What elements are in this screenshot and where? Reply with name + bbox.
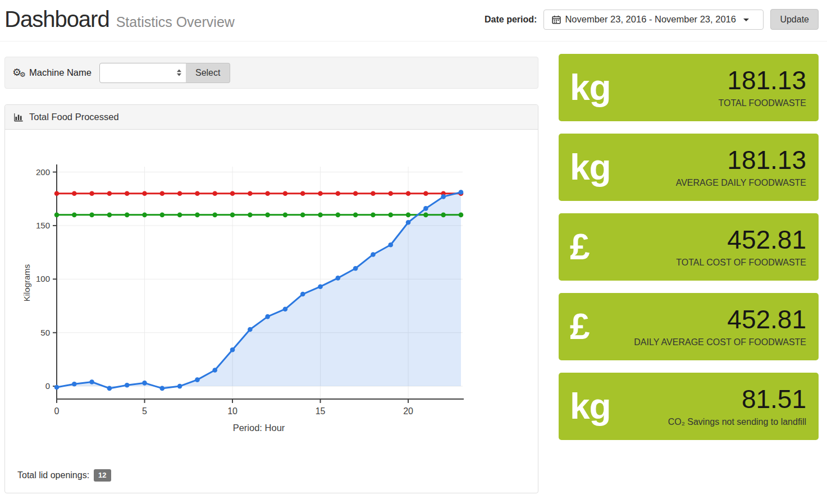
svg-text:200: 200: [36, 167, 50, 177]
machine-name-select[interactable]: [99, 63, 186, 83]
machine-panel: ⚙ ⚙ Machine Name Select: [4, 57, 538, 89]
update-button[interactable]: Update: [770, 9, 819, 30]
date-period-label: Date period:: [485, 15, 537, 25]
stat-card-daily-average-cost-of-foodwaste: £ 452.81 DAILY AVERAGE COST OF FOODWASTE: [559, 293, 819, 360]
stat-card-unit: £: [570, 229, 590, 265]
select-button[interactable]: Select: [186, 63, 230, 83]
stat-card-label: AVERAGE DAILY FOODWASTE: [676, 178, 806, 188]
stat-card-unit: kg: [570, 149, 611, 185]
bar-chart-icon: [14, 113, 24, 122]
cogs-icon: ⚙ ⚙: [12, 67, 27, 79]
stat-card-label: CO₂ Savings not sending to landfill: [668, 417, 806, 427]
svg-text:5: 5: [142, 406, 147, 416]
lid-openings-badge: 12: [94, 469, 111, 482]
svg-text:0: 0: [45, 381, 50, 391]
svg-text:15: 15: [316, 406, 326, 416]
lid-openings-label: Total lid openings:: [17, 470, 89, 480]
stat-card-total-cost-of-foodwaste: £ 452.81 TOTAL COST OF FOODWASTE: [559, 213, 819, 281]
stat-cards-column: kg 181.13 TOTAL FOODWASTE kg 181.13 AVER…: [559, 54, 819, 440]
main-content: ⚙ ⚙ Machine Name Select: [0, 42, 827, 493]
svg-text:0: 0: [54, 406, 60, 416]
machine-name-label: Machine Name: [29, 67, 92, 78]
lid-openings-row: Total lid openings: 12: [5, 469, 538, 493]
date-range-dropdown[interactable]: November 23, 2016 - November 23, 2016: [543, 10, 764, 30]
stat-card-unit: kg: [570, 70, 611, 106]
svg-text:50: 50: [40, 328, 50, 337]
stat-card-unit: kg: [570, 388, 611, 424]
page-header: Dashboard Statistics Overview Date perio…: [0, 0, 827, 42]
stat-card-value: 181.13: [676, 146, 806, 173]
chart-panel-header: Total Food Processed: [5, 105, 538, 130]
svg-text:20: 20: [403, 406, 413, 416]
stat-card-label: TOTAL COST OF FOODWASTE: [676, 258, 806, 268]
svg-text:Period: Hour: Period: Hour: [233, 423, 285, 433]
stat-card-total-foodwaste: kg 181.13 TOTAL FOODWASTE: [559, 54, 819, 121]
calendar-icon: [552, 15, 561, 24]
svg-text:100: 100: [36, 274, 50, 283]
svg-text:150: 150: [36, 221, 50, 230]
stat-card-value: 181.13: [719, 67, 806, 94]
left-column: ⚙ ⚙ Machine Name Select: [4, 42, 538, 493]
stat-card-co2-savings: kg 81.51 CO₂ Savings not sending to land…: [559, 373, 819, 440]
caret-down-icon: [743, 19, 749, 21]
stat-card-label: TOTAL FOODWASTE: [719, 98, 806, 108]
svg-text:Kilograms: Kilograms: [22, 264, 31, 302]
stat-card-average-daily-foodwaste: kg 181.13 AVERAGE DAILY FOODWASTE: [559, 134, 819, 201]
svg-text:10: 10: [227, 406, 237, 416]
up-down-arrows-icon: [176, 68, 182, 77]
stat-card-value: 81.51: [668, 386, 806, 413]
stat-card-value: 452.81: [634, 306, 806, 333]
stat-card-unit: £: [570, 309, 590, 345]
stat-card-label: DAILY AVERAGE COST OF FOODWASTE: [634, 337, 806, 347]
total-food-chart: 05010015020005101520KilogramsPeriod: Hou…: [5, 130, 533, 438]
page-title: Dashboard: [4, 7, 109, 32]
date-range-value: November 23, 2016 - November 23, 2016: [565, 14, 736, 25]
page-subtitle: Statistics Overview: [116, 14, 235, 30]
chart-panel: Total Food Processed 0501001502000510152…: [4, 104, 538, 493]
header-controls: Date period: November 23, 2016 - Novembe…: [485, 9, 819, 30]
chart-title: Total Food Processed: [29, 112, 119, 122]
stat-card-value: 452.81: [676, 226, 806, 253]
title-block: Dashboard Statistics Overview: [4, 7, 235, 32]
